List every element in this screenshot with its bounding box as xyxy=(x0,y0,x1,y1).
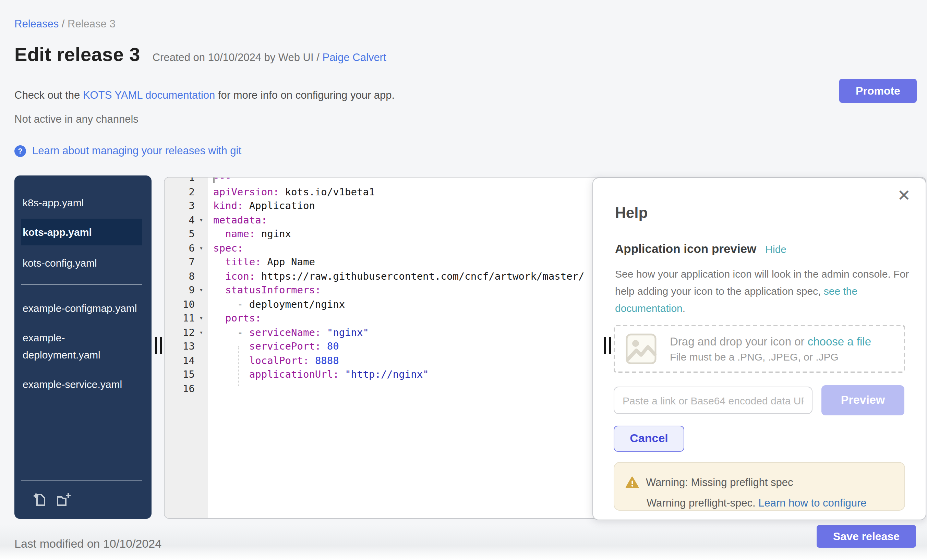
code-text xyxy=(208,381,213,396)
file-item-kots-app.yaml[interactable]: kots-app.yaml xyxy=(21,219,142,245)
file-item-example-deployment.yaml[interactable]: example-deployment.yaml xyxy=(14,324,152,368)
preflight-warning: Warning: Missing preflight spec Warning … xyxy=(614,462,905,511)
code-text: title: App Name xyxy=(208,255,315,269)
dropzone-file-types: File must be a .PNG, .JPEG, or .JPG xyxy=(670,351,871,363)
line-number: 7 xyxy=(164,255,195,269)
line-number: 5 xyxy=(164,227,195,241)
fold-arrow-icon[interactable]: ▾ xyxy=(195,213,208,227)
save-release-button[interactable]: Save release xyxy=(817,525,916,548)
help-title: Help xyxy=(615,204,905,222)
channel-status: Not active in any channels xyxy=(14,113,138,126)
breadcrumb: Releases / Release 3 xyxy=(14,18,115,30)
add-file-icon[interactable] xyxy=(32,492,47,507)
kots-yaml-doc-link[interactable]: KOTS YAML documentation xyxy=(83,89,215,101)
hide-link[interactable]: Hide xyxy=(765,243,786,255)
breadcrumb-current: Release 3 xyxy=(68,18,115,29)
code-text: - serviceName: "nginx" xyxy=(208,325,369,339)
fold-gutter xyxy=(195,177,208,185)
fold-arrow-icon[interactable]: ▾ xyxy=(195,241,208,255)
release-meta: Created on 10/10/2024 by Web UI / Paige … xyxy=(153,52,386,64)
warning-text: Warning: Missing preflight spec xyxy=(646,477,793,489)
line-number: 8 xyxy=(164,269,195,283)
file-item-example-configmap.yaml[interactable]: example-configmap.yaml xyxy=(14,295,152,322)
code-text: servicePort: 80 xyxy=(208,339,339,354)
help-panel: ✕ Help Application icon preview Hide See… xyxy=(593,178,926,520)
dropzone-text: Drag and drop your icon or choose a file… xyxy=(670,335,871,363)
fold-arrow-icon[interactable]: ▾ xyxy=(195,311,208,325)
file-item-kots-config.yaml[interactable]: kots-config.yaml xyxy=(14,249,152,276)
line-number: 3 xyxy=(164,199,195,213)
line-number: 12 xyxy=(164,325,195,339)
file-tree-sidebar: k8s-app.yamlkots-app.yamlkots-config.yam… xyxy=(14,176,152,519)
fold-gutter xyxy=(195,255,208,269)
line-number: 11 xyxy=(164,311,195,325)
section-description: See how your application icon will look … xyxy=(615,265,910,317)
code-text: icon: https://raw.githubusercontent.com/… xyxy=(208,269,585,283)
code-text: applicationUrl: "http://nginx" xyxy=(208,367,429,381)
code-text: - deployment/nginx xyxy=(208,297,345,311)
code-text: spec: xyxy=(208,241,243,255)
line-number: 2 xyxy=(164,185,195,199)
fold-arrow-icon[interactable]: ▾ xyxy=(195,283,208,297)
file-item-k8s-app.yaml[interactable]: k8s-app.yaml xyxy=(14,189,152,216)
line-number: 4 xyxy=(164,213,195,227)
warning-triangle-icon xyxy=(625,476,639,489)
git-releases-link[interactable]: Learn about managing your releases with … xyxy=(32,145,242,157)
question-circle-icon: ? xyxy=(14,145,26,156)
icon-url-input[interactable] xyxy=(614,387,813,414)
fold-gutter xyxy=(195,381,208,396)
fold-gutter xyxy=(195,339,208,354)
close-icon[interactable]: ✕ xyxy=(897,188,910,203)
file-list: k8s-app.yamlkots-app.yamlkots-config.yam… xyxy=(14,176,152,398)
cancel-button[interactable]: Cancel xyxy=(614,426,684,452)
fold-gutter xyxy=(195,367,208,381)
line-number: 13 xyxy=(164,339,195,354)
fold-gutter xyxy=(195,354,208,367)
code-text: name: nginx xyxy=(208,227,291,241)
code-text: kind: Application xyxy=(208,199,315,213)
breadcrumb-releases-link[interactable]: Releases xyxy=(14,18,59,29)
line-number: 16 xyxy=(164,381,195,396)
line-number: 1 xyxy=(164,177,195,185)
code-text: --- xyxy=(208,177,231,185)
add-folder-icon[interactable] xyxy=(56,492,71,507)
line-number: 10 xyxy=(164,297,195,311)
promote-button[interactable]: Promote xyxy=(839,79,917,103)
help-resize-handle[interactable] xyxy=(604,337,611,354)
last-modified: Last modified on 10/10/2024 xyxy=(14,537,161,551)
sidebar-actions xyxy=(21,480,142,519)
icon-preview-section-header: Application icon preview Hide xyxy=(615,242,905,256)
line-number: 9 xyxy=(164,283,195,297)
git-help-line: ? Learn about managing your releases wit… xyxy=(14,145,242,157)
code-text: ports: xyxy=(208,311,261,325)
icon-dropzone[interactable]: Drag and drop your icon or choose a file… xyxy=(614,325,905,373)
learn-configure-link[interactable]: Learn how to configure xyxy=(758,497,866,508)
code-text: metadata: xyxy=(208,213,267,227)
file-item-example-service.yaml[interactable]: example-service.yaml xyxy=(14,371,152,398)
breadcrumb-separator: / xyxy=(59,18,68,29)
fold-gutter xyxy=(195,185,208,199)
code-text: apiVersion: kots.io/v1beta1 xyxy=(208,185,375,199)
file-list-divider xyxy=(21,284,142,285)
author-link[interactable]: Paige Calvert xyxy=(322,52,386,63)
section-heading: Application icon preview xyxy=(615,242,756,256)
doc-hint: Check out the KOTS YAML documentation fo… xyxy=(14,89,395,102)
fold-gutter xyxy=(195,199,208,213)
sidebar-resize-handle[interactable] xyxy=(155,337,162,354)
fold-gutter xyxy=(195,227,208,241)
image-placeholder-icon xyxy=(625,333,657,365)
line-number: 6 xyxy=(164,241,195,255)
code-text: statusInformers: xyxy=(208,283,321,297)
fold-gutter xyxy=(195,269,208,283)
page-title: Edit release 3 xyxy=(14,44,140,66)
title-row: Edit release 3 Created on 10/10/2024 by … xyxy=(14,44,386,66)
code-text: localPort: 8888 xyxy=(208,354,339,367)
line-number: 14 xyxy=(164,354,195,367)
indent-guide xyxy=(238,346,239,386)
release-editor-page: Releases / Release 3 Edit release 3 Crea… xyxy=(0,0,927,560)
preview-button[interactable]: Preview xyxy=(821,385,904,415)
icon-url-row: Preview xyxy=(614,385,905,415)
fold-arrow-icon[interactable]: ▾ xyxy=(195,325,208,339)
choose-file-link[interactable]: choose a file xyxy=(808,335,871,348)
line-number: 15 xyxy=(164,367,195,381)
